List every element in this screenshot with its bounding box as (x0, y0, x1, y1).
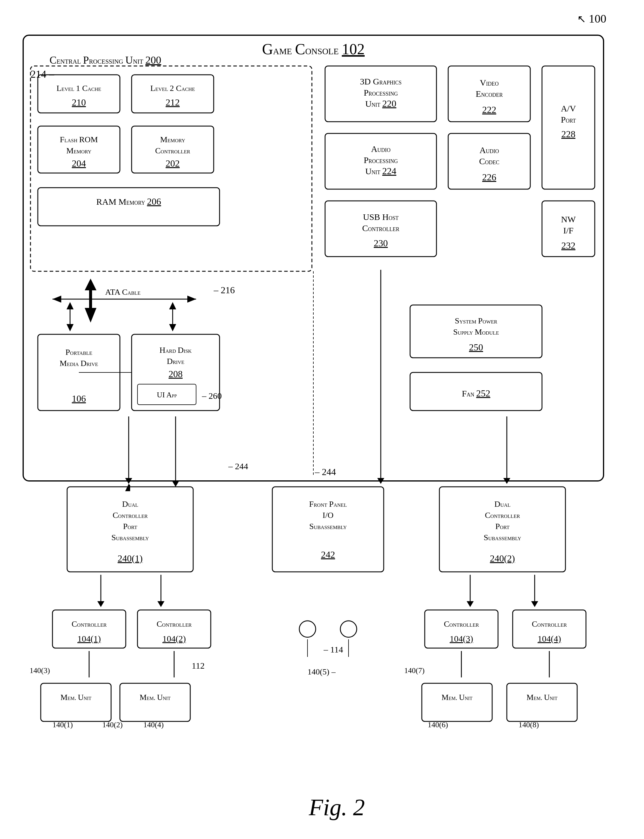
dual-ctrl-2-ref: 240(2) (490, 553, 515, 564)
level1-cache-ref: 210 (72, 97, 86, 108)
level1-cache-border (38, 75, 120, 113)
front-panel-ref: 242 (321, 549, 335, 560)
flash-rom-border (38, 126, 120, 173)
front-panel-label2: I/O (322, 510, 333, 520)
ctrl3-label: Controller (444, 619, 479, 628)
center-arrow-head (377, 478, 384, 484)
hdd-arrow-down (169, 324, 176, 331)
dual2-ctrl3-arrow (467, 601, 474, 607)
dual-ctrl-2-label4: Subassembly (483, 533, 521, 542)
ctrl4-ref: 104(4) (537, 634, 561, 644)
nw-if-ref: 232 (561, 240, 575, 251)
video-encoder-border (448, 66, 530, 122)
dual-ctrl-2-label: Dual (494, 499, 510, 508)
dual-ctrl-2-label3: Port (495, 522, 509, 531)
ctrl4-border (513, 610, 586, 648)
ctrl3-ref: 104(3) (450, 634, 473, 644)
video-encoder-label2: Encoder (475, 89, 503, 99)
ctrl1-ref: 104(1) (77, 634, 101, 644)
flash-rom-label2: Memory (66, 146, 91, 155)
dual-ctrl-1-label: Dual (122, 499, 138, 508)
ref-244-inline: – 244 (228, 461, 248, 471)
fan-label: Fan 252 (462, 388, 490, 398)
portable-media-border (38, 334, 120, 411)
arrow-to-dual2-head (503, 478, 510, 484)
hdd-border (131, 334, 220, 411)
hdd-label: Hard Disk (159, 345, 192, 355)
ui-app-border (138, 384, 196, 405)
mem-controller-border (131, 126, 214, 173)
system-power-border (410, 305, 542, 358)
usb-host-label: USB Host (363, 212, 399, 222)
arrow-up-dual1 (125, 484, 130, 491)
ref-100-label: ↖ 100 (577, 12, 606, 26)
ref-140-5-label: 140(5) – (307, 667, 336, 676)
portable-media-label: Portable (66, 347, 92, 357)
hdd-to-dual-arrow (172, 481, 179, 487)
dual-ctrl-1-label4: Subassembly (111, 533, 149, 542)
portable-media-label2: Media Drive (59, 359, 98, 368)
dual-ctrl-1-border (67, 487, 193, 572)
mem6-label: Mem. Unit (442, 693, 473, 702)
ref-214-label: 214 – (31, 68, 54, 80)
mem6-border (422, 683, 492, 721)
dual-ctrl-1-ref: 240(1) (118, 553, 143, 564)
dual2-ctrl4-arrow (531, 601, 538, 607)
ctrl1-border (53, 610, 126, 648)
mem1-border (41, 683, 111, 721)
game-console-border (23, 35, 603, 481)
usb-host-border (325, 201, 437, 257)
mem-controller-label2: Controller (155, 146, 190, 155)
3d-graphics-label: 3D Graphics (360, 77, 402, 86)
nw-if-label2: I/F (563, 225, 573, 235)
ref-114-label: – 114 (323, 645, 343, 654)
ata-arrow-left (53, 296, 61, 303)
mem2-label: Mem. Unit (140, 693, 171, 702)
dual-ctrl-2-label2: Controller (485, 510, 520, 520)
fig-caption: Fig. 2 (308, 795, 365, 820)
dual-ctrl-1-label3: Port (123, 522, 137, 531)
video-encoder-ref: 222 (482, 104, 496, 115)
pmd-arrow-down (67, 324, 74, 331)
hdd-arrow-up (169, 302, 176, 309)
audio-codec-ref: 226 (482, 172, 496, 183)
3d-graphics-label3: Unit 220 (365, 98, 396, 109)
av-port-label2: Port (561, 115, 576, 124)
ctrl3-border (425, 610, 498, 648)
system-power-label: System Power (455, 316, 497, 325)
ref-140-2-label: 140(2) (102, 721, 123, 729)
nw-if-label: NW (561, 214, 576, 224)
mem8-border (507, 683, 577, 721)
front-panel-circle-1 (299, 621, 316, 637)
ref-244-label: – 244 (315, 467, 336, 477)
audio-codec-label2: Codec (479, 156, 499, 166)
ata-cable-label: ATA Cable (105, 287, 140, 296)
audio-processing-label3: Unit 224 (365, 166, 396, 176)
system-power-ref: 250 (469, 342, 483, 352)
mem8-label: Mem. Unit (526, 693, 557, 702)
ram-memory-label: RAM Memory 206 (96, 196, 161, 207)
ref-140-6-label: 140(6) (428, 721, 448, 729)
arrow-up-1 (85, 279, 97, 305)
ref-140-8-label: 140(8) (519, 721, 539, 729)
cpu-dashed-border (31, 66, 312, 271)
audio-processing-border (325, 133, 437, 189)
ctrl1-label: Controller (72, 619, 107, 628)
ram-memory-border (38, 188, 220, 226)
ctrl2-ref: 104(2) (163, 634, 186, 644)
nw-if-border (542, 201, 595, 257)
game-console-title: Game Console 102 (262, 41, 364, 58)
dual1-ctrl2-arrow (158, 601, 164, 607)
ref-112-label: 112 (192, 661, 205, 670)
video-encoder-label: Video (480, 78, 499, 87)
front-panel-label3: Subassembly (309, 522, 347, 531)
mem2-border (120, 683, 190, 721)
3d-graphics-border (325, 66, 437, 122)
audio-codec-label: Audio (479, 145, 499, 155)
ui-app-label: UI App (157, 391, 177, 399)
level2-cache-ref: 212 (166, 97, 180, 108)
audio-processing-label2: Processing (363, 155, 398, 165)
ref-140-1-label: 140(1) (53, 721, 73, 729)
ref-140-4-label: 140(4) (143, 721, 164, 729)
mem-controller-ref: 202 (166, 158, 180, 169)
